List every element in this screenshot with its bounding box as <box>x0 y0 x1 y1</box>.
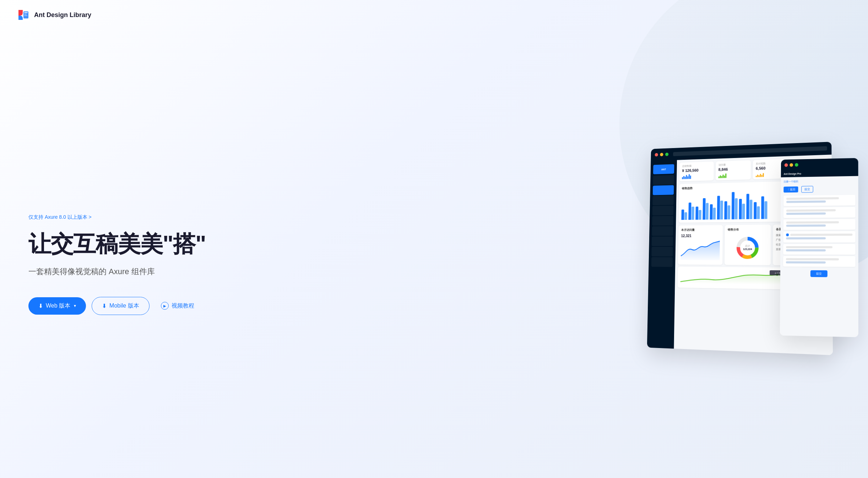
chart-bar <box>757 206 760 219</box>
donut-chart-card: 销售分布 <box>725 224 771 265</box>
chart-bar <box>727 205 730 219</box>
left-content: 仅支持 Axure 8.0 以上版本 > 让交互稿美美"搭" 一套精美得像视觉稿… <box>28 207 206 315</box>
row-label: 搜索 <box>776 233 781 237</box>
sidebar-nav-item <box>652 206 674 216</box>
page-wrapper: Ant Design Library 仅支持 Axure 8.0 以上版本 > … <box>0 0 868 478</box>
action-button-mock: 提交 <box>810 270 828 277</box>
logo-title: Ant Design Library <box>34 11 91 19</box>
bar <box>687 176 688 179</box>
line-chart-value: 12,321 <box>681 234 720 238</box>
chart-title-line: 本月访问量 <box>681 228 720 232</box>
web-btn-label: Web 版本 <box>46 302 70 310</box>
bar-group <box>695 206 701 219</box>
list-item <box>783 207 856 218</box>
right-content: ANT <box>206 137 851 385</box>
bar-group <box>681 210 687 220</box>
sidebar-nav-item <box>651 257 673 267</box>
bar <box>759 175 760 177</box>
dash-sidebar: ANT <box>647 160 677 349</box>
chart-bar <box>699 210 701 219</box>
svg-rect-3 <box>24 14 27 15</box>
chart-bar <box>724 201 727 219</box>
chart-bar <box>681 210 684 220</box>
svg-rect-2 <box>24 12 28 13</box>
bar <box>683 176 684 179</box>
version-note[interactable]: 仅支持 Axure 8.0 以上版本 > <box>28 214 206 221</box>
stat-label: 访问量 <box>718 162 748 167</box>
bar <box>686 175 687 179</box>
bar <box>721 176 722 178</box>
list-line <box>786 221 839 224</box>
sidebar-nav-item-active <box>653 185 674 195</box>
dot-yellow <box>660 153 663 156</box>
chart-bar <box>749 200 752 219</box>
mobile-version-button[interactable]: ⬇ Mobile 版本 <box>92 297 150 315</box>
chart-bar <box>702 198 705 220</box>
bar-group <box>702 198 709 220</box>
main-content: 仅支持 Axure 8.0 以上版本 > 让交互稿美美"搭" 一套精美得像视觉稿… <box>0 30 868 478</box>
chart-title-donut: 销售分布 <box>728 228 768 232</box>
chart-bar <box>684 212 687 220</box>
donut-svg: 总计 123,224 <box>735 235 760 261</box>
mini-bar-chart <box>718 172 748 178</box>
secondary-buttons: 〈 返回 提交 <box>783 185 855 196</box>
video-tutorial-button[interactable]: ▶ 视频教程 <box>155 297 200 315</box>
video-btn-label: 视频教程 <box>172 302 194 310</box>
donut-wrapper: 总计 123,224 <box>727 234 768 262</box>
secondary-logo: Ant Design Pro <box>784 173 801 175</box>
bar-group <box>724 201 730 219</box>
chart-bar <box>688 202 691 220</box>
bar <box>763 173 764 177</box>
chart-bar <box>717 196 720 219</box>
chart-bar <box>720 201 723 219</box>
list-line <box>786 197 839 200</box>
stat-label: 总销售额 <box>682 164 711 168</box>
stat-card-sales: 总销售额 ¥ 126,560 <box>679 162 714 181</box>
dot-yellow-s <box>790 163 793 167</box>
bar <box>720 175 721 178</box>
list-item <box>783 219 856 230</box>
dot-red <box>655 153 658 157</box>
secondary-footer: 提交 <box>783 270 856 277</box>
secondary-nav: Ant Design Pro <box>781 169 858 178</box>
bar <box>760 174 761 177</box>
chart-bar <box>695 207 698 220</box>
bar <box>685 177 686 179</box>
svg-text:123,224: 123,224 <box>743 248 752 251</box>
bar-group <box>761 196 767 219</box>
mini-bar-chart <box>682 173 711 179</box>
chart-bar <box>713 208 716 219</box>
list-line <box>786 209 836 212</box>
mockup-secondary: Ant Design Pro 注册一个组织 〈 返回 提交 <box>780 158 858 337</box>
bar <box>722 175 723 178</box>
action-buttons: ⬇ Web 版本 ▾ ⬇ Mobile 版本 ▶ 视频教程 <box>28 297 206 315</box>
main-title: 让交互稿美美"搭" <box>28 230 206 258</box>
bar-group <box>732 192 738 219</box>
secondary-action-btn: 提交 <box>801 186 813 192</box>
download-icon: ⬇ <box>38 303 43 309</box>
bar-group <box>717 196 723 219</box>
bar <box>718 176 719 178</box>
bar-group <box>746 194 752 219</box>
sidebar-nav-item <box>651 247 673 256</box>
bar <box>682 177 683 179</box>
line-chart-svg <box>681 239 720 260</box>
sidebar-nav-item <box>653 175 674 185</box>
chart-bar <box>735 198 738 219</box>
list-line <box>786 258 839 260</box>
stat-value: ¥ 126,560 <box>682 168 711 173</box>
list-with-badge <box>786 233 852 237</box>
bar-group <box>688 202 694 220</box>
stat-card-visits: 访问量 8,846 <box>716 160 751 180</box>
bar <box>725 173 726 178</box>
logo-wrapper: Ant Design Library <box>17 9 91 21</box>
list-line <box>786 224 825 227</box>
list-item <box>783 195 855 206</box>
sidebar-nav-item <box>652 226 673 236</box>
list-line <box>786 261 826 264</box>
web-version-button[interactable]: ⬇ Web 版本 ▾ <box>28 297 86 315</box>
secondary-header <box>781 158 858 171</box>
secondary-breadcrumb: 注册一个组织 <box>783 179 855 184</box>
chart-bar <box>732 192 734 219</box>
back-btn: 〈 返回 <box>783 186 798 192</box>
